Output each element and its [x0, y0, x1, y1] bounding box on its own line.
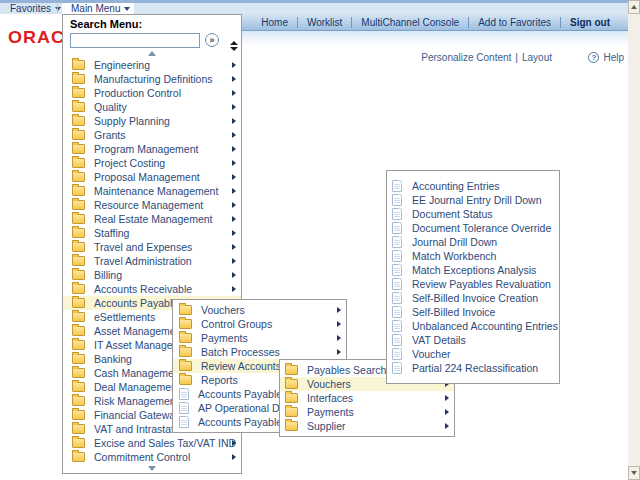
folder-icon	[72, 368, 85, 378]
document-icon	[392, 362, 402, 374]
menu-item-label: EE Journal Entry Drill Down	[412, 194, 542, 206]
menu-item-accounting-entries[interactable]: Accounting Entries	[387, 179, 559, 193]
menu-item-vouchers[interactable]: Vouchers	[173, 303, 346, 317]
menu-item-commitment-control[interactable]: Commitment Control	[63, 450, 241, 464]
folder-icon	[72, 88, 85, 98]
folder-icon	[179, 375, 192, 385]
menu-item-manufacturing-definitions[interactable]: Manufacturing Definitions	[63, 72, 241, 86]
main-menu-tab[interactable]: Main Menu	[62, 3, 134, 14]
menu-item-real-estate-management[interactable]: Real Estate Management	[63, 212, 241, 226]
folder-icon	[72, 298, 85, 308]
favorites-menu-tab[interactable]: Favorites	[10, 3, 61, 14]
menu-item-supply-planning[interactable]: Supply Planning	[63, 114, 241, 128]
submenu-arrow-icon	[445, 423, 449, 429]
menu-item-control-groups[interactable]: Control Groups	[173, 317, 346, 331]
submenu-arrow-icon	[337, 349, 341, 355]
menu-item-label: Voucher	[412, 348, 451, 360]
menu-item-proposal-management[interactable]: Proposal Management	[63, 170, 241, 184]
menu-item-label: Accounts Payable	[94, 297, 178, 309]
menu-item-quality[interactable]: Quality	[63, 100, 241, 114]
menu-item-ee-journal-entry-drill-down[interactable]: EE Journal Entry Drill Down	[387, 193, 559, 207]
menu-item-production-control[interactable]: Production Control	[63, 86, 241, 100]
menu-item-accounts-receivable[interactable]: Accounts Receivable	[63, 282, 241, 296]
menu-item-document-status[interactable]: Document Status	[387, 207, 559, 221]
nav-link-add-to-favorites[interactable]: Add to Favorites	[478, 17, 551, 28]
menu-item-payments[interactable]: Payments	[173, 331, 346, 345]
folder-icon	[179, 347, 192, 357]
menu-item-excise-and-sales-tax-vat-ind[interactable]: Excise and Sales Tax/VAT IND	[63, 436, 241, 450]
peoplesoft-application-window: Favorites Main Menu HomeWorklistMultiCha…	[0, 0, 640, 480]
submenu-arrow-icon	[232, 216, 236, 222]
folder-icon	[285, 393, 298, 403]
menu-item-label: Match Exceptions Analysis	[412, 264, 536, 276]
nav-link-worklist[interactable]: Worklist	[307, 17, 342, 28]
nav-link-home[interactable]: Home	[261, 17, 288, 28]
menu-item-travel-and-expenses[interactable]: Travel and Expenses	[63, 240, 241, 254]
menu-item-program-management[interactable]: Program Management	[63, 142, 241, 156]
menu-item-travel-administration[interactable]: Travel Administration	[63, 254, 241, 268]
folder-icon	[285, 379, 298, 389]
submenu-arrow-icon	[232, 76, 236, 82]
menu-item-engineering[interactable]: Engineering	[63, 58, 241, 72]
scroll-up-button[interactable]	[628, 0, 640, 14]
menu-item-label: Billing	[94, 269, 122, 281]
folder-icon	[72, 354, 85, 364]
submenu-arrow-icon	[232, 440, 236, 446]
menu-item-partial-224-reclassification[interactable]: Partial 224 Reclassification	[387, 361, 559, 375]
menu-item-billing[interactable]: Billing	[63, 268, 241, 282]
menu-item-label: Payments	[201, 332, 248, 344]
nav-link-multichannel-console[interactable]: MultiChannel Console	[361, 17, 459, 28]
submenu-arrow-icon	[232, 118, 236, 124]
folder-icon	[72, 186, 85, 196]
menu-item-match-workbench[interactable]: Match Workbench	[387, 249, 559, 263]
menu-item-label: Travel Administration	[94, 255, 192, 267]
document-icon	[392, 348, 402, 360]
layout-link[interactable]: Layout	[522, 52, 552, 63]
menu-search-input[interactable]	[70, 33, 200, 48]
folder-icon	[72, 228, 85, 238]
personalize-content-link[interactable]: Personalize Content	[421, 52, 511, 63]
menu-item-interfaces[interactable]: Interfaces	[280, 391, 454, 405]
document-icon	[392, 222, 402, 234]
submenu-arrow-icon	[232, 202, 236, 208]
menu-item-unbalanced-accounting-entries[interactable]: Unbalanced Accounting Entries	[387, 319, 559, 333]
submenu-arrow-icon	[232, 258, 236, 264]
menu-item-journal-drill-down[interactable]: Journal Drill Down	[387, 235, 559, 249]
folder-icon	[179, 305, 192, 315]
folder-icon	[72, 74, 85, 84]
menu-item-document-tolerance-override[interactable]: Document Tolerance Override	[387, 221, 559, 235]
menu-item-supplier[interactable]: Supplier	[280, 419, 454, 433]
menu-item-voucher[interactable]: Voucher	[387, 347, 559, 361]
nav-link-sign-out[interactable]: Sign out	[570, 17, 610, 28]
menu-item-label: Document Status	[412, 208, 493, 220]
menu-item-grants[interactable]: Grants	[63, 128, 241, 142]
vertical-scrollbar[interactable]	[628, 0, 640, 480]
folder-icon	[72, 144, 85, 154]
menu-item-resource-management[interactable]: Resource Management	[63, 198, 241, 212]
menu-item-project-costing[interactable]: Project Costing	[63, 156, 241, 170]
submenu-arrow-icon	[232, 160, 236, 166]
document-icon	[392, 250, 402, 262]
help-link[interactable]: ? Help	[588, 52, 624, 63]
menu-item-self-billed-invoice[interactable]: Self-Billed Invoice	[387, 305, 559, 319]
nav-divider	[297, 17, 298, 28]
menu-item-self-billed-invoice-creation[interactable]: Self-Billed Invoice Creation	[387, 291, 559, 305]
menu-resize-control[interactable]	[230, 41, 238, 51]
search-go-button[interactable]: »	[205, 33, 219, 47]
submenu-arrow-icon	[445, 395, 449, 401]
menu-item-match-exceptions-analysis[interactable]: Match Exceptions Analysis	[387, 263, 559, 277]
menu-item-label: Cash Management	[94, 367, 183, 379]
document-icon	[179, 388, 189, 400]
menu-item-batch-processes[interactable]: Batch Processes	[173, 345, 346, 359]
menu-item-label: Interfaces	[307, 392, 353, 404]
menu-scroll-down[interactable]	[63, 464, 241, 473]
menu-item-vat-details[interactable]: VAT Details	[387, 333, 559, 347]
menu-item-staffing[interactable]: Staffing	[63, 226, 241, 240]
scroll-down-button[interactable]	[628, 466, 640, 480]
menu-item-review-payables-revaluation[interactable]: Review Payables Revaluation	[387, 277, 559, 291]
menu-scroll-up[interactable]	[63, 49, 241, 58]
folder-icon	[179, 333, 192, 343]
menu-item-maintenance-management[interactable]: Maintenance Management	[63, 184, 241, 198]
menu-item-payments[interactable]: Payments	[280, 405, 454, 419]
folder-icon	[72, 312, 85, 322]
